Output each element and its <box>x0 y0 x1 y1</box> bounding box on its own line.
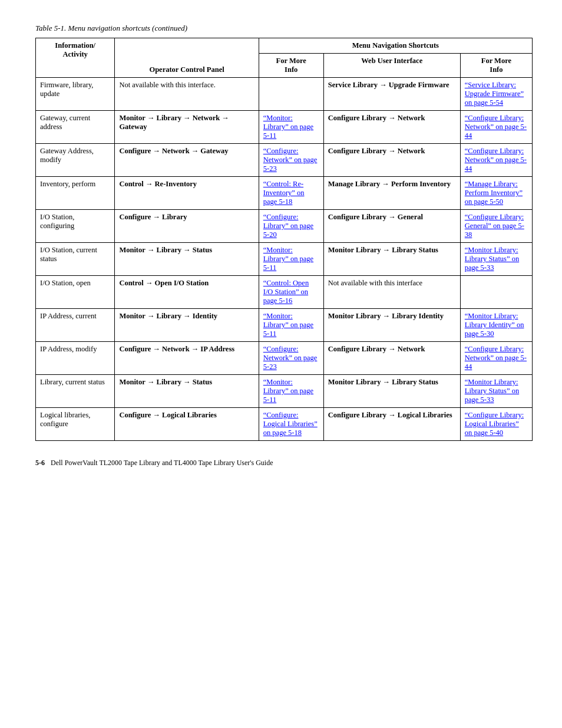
navigation-table: Information/ Activity Operator Control P… <box>35 38 533 441</box>
more1-cell <box>259 78 323 111</box>
info-cell: Library, current status <box>36 375 115 408</box>
table-row: I/O Station, configuringConfigure → Libr… <box>36 210 533 243</box>
more1-cell: “Monitor: Library” on page 5-11 <box>259 309 323 342</box>
more1-cell: “Control: Re-Inventory” on page 5-18 <box>259 177 323 210</box>
more2-cell: “Manage Library: Perform Inventory” on p… <box>460 177 532 210</box>
info-cell: I/O Station, open <box>36 276 115 309</box>
table-row: Library, current statusMonitor → Library… <box>36 375 533 408</box>
more2-cell: “Service Library: Upgrade Firmware” on p… <box>460 78 532 111</box>
info-cell: IP Address, current <box>36 309 115 342</box>
more2-cell: “Monitor Library: Library Status” on pag… <box>460 375 532 408</box>
footer-page: 5-6 <box>35 459 45 467</box>
info-header-line1: Information/ <box>55 41 95 50</box>
more2-cell: “Configure Library: Network” on page 5-4… <box>460 111 532 144</box>
more2-line2: Info <box>490 65 503 74</box>
more2-cell <box>460 276 532 309</box>
ocp-cell: Not available with this interface. <box>115 78 259 111</box>
wui-cell: Configure Library → Network <box>323 342 460 375</box>
more1-header: For More Info <box>259 54 323 78</box>
wui-cell: Configure Library → Logical Libraries <box>323 408 460 441</box>
footer: 5-6 Dell PowerVault TL2000 Tape Library … <box>35 459 533 467</box>
ocp-cell: Monitor → Library → Status <box>115 375 259 408</box>
footer-text: Dell PowerVault TL2000 Tape Library and … <box>51 459 273 467</box>
wui-cell: Configure Library → Network <box>323 111 460 144</box>
more1-line1: For More <box>276 57 306 65</box>
more1-cell: “Configure: Logical Libraries” on page 5… <box>259 408 323 441</box>
more2-cell: “Configure Library: Network” on page 5-4… <box>460 144 532 177</box>
more2-cell: “Monitor Library: Library Status” on pag… <box>460 243 532 276</box>
merge-header-row: Information/ Activity Operator Control P… <box>36 38 533 54</box>
ocp-cell: Monitor → Library → Status <box>115 243 259 276</box>
more1-cell: “Configure: Network” on page 5-23 <box>259 144 323 177</box>
ocp-cell: Configure → Network → Gateway <box>115 144 259 177</box>
info-header-line2: Activity <box>63 50 88 58</box>
info-cell: Gateway, current address <box>36 111 115 144</box>
table-row: IP Address, currentMonitor → Library → I… <box>36 309 533 342</box>
info-cell: I/O Station, configuring <box>36 210 115 243</box>
more1-cell: “Control: Open I/O Station” on page 5-16 <box>259 276 323 309</box>
wui-header: Web User Interface <box>323 54 460 78</box>
info-cell: I/O Station, current status <box>36 243 115 276</box>
info-cell: Firmware, library, update <box>36 78 115 111</box>
ocp-cell: Monitor → Library → Identity <box>115 309 259 342</box>
info-cell: Gateway Address, modify <box>36 144 115 177</box>
ocp-cell: Configure → Network → IP Address <box>115 342 259 375</box>
more2-line1: For More <box>481 57 511 65</box>
wui-cell: Configure Library → General <box>323 210 460 243</box>
more2-cell: “Configure Library: General” on page 5-3… <box>460 210 532 243</box>
ocp-cell: Configure → Library <box>115 210 259 243</box>
info-header: Information/ Activity <box>36 38 115 78</box>
table-row: IP Address, modifyConfigure → Network → … <box>36 342 533 375</box>
more2-cell: “Configure Library: Network” on page 5-4… <box>460 342 532 375</box>
table-row: I/O Station, openControl → Open I/O Stat… <box>36 276 533 309</box>
info-cell: Inventory, perform <box>36 177 115 210</box>
wui-cell: Monitor Library → Library Status <box>323 375 460 408</box>
ocp-cell: Monitor → Library → Network → Gateway <box>115 111 259 144</box>
more1-line2: Info <box>285 65 297 74</box>
more2-cell: “Configure Library: Logical Libraries” o… <box>460 408 532 441</box>
more1-cell: “Monitor: Library” on page 5-11 <box>259 375 323 408</box>
wui-cell: Service Library → Upgrade Firmware <box>323 78 460 111</box>
ocp-cell: Configure → Logical Libraries <box>115 408 259 441</box>
more2-cell: “Monitor Library: Library Identity” on p… <box>460 309 532 342</box>
wui-cell: Monitor Library → Library Status <box>323 243 460 276</box>
ocp-header: Operator Control Panel <box>115 38 259 78</box>
more1-cell: “Monitor: Library” on page 5-11 <box>259 243 323 276</box>
wui-cell: Not available with this interface <box>323 276 460 309</box>
table-row: Gateway, current addressMonitor → Librar… <box>36 111 533 144</box>
table-row: Inventory, performControl → Re-Inventory… <box>36 177 533 210</box>
more2-header: For More Info <box>460 54 532 78</box>
info-cell: Logical libraries, configure <box>36 408 115 441</box>
wui-cell: Manage Library → Perform Inventory <box>323 177 460 210</box>
table-row: I/O Station, current statusMonitor → Lib… <box>36 243 533 276</box>
more1-cell: “Configure: Network” on page 5-23 <box>259 342 323 375</box>
more1-cell: “Monitor: Library” on page 5-11 <box>259 111 323 144</box>
table-row: Logical libraries, configureConfigure → … <box>36 408 533 441</box>
table-caption: Table 5-1. Menu navigation shortcuts (co… <box>35 24 533 33</box>
ocp-cell: Control → Re-Inventory <box>115 177 259 210</box>
info-cell: IP Address, modify <box>36 342 115 375</box>
wui-cell: Configure Library → Network <box>323 144 460 177</box>
ocp-cell: Control → Open I/O Station <box>115 276 259 309</box>
wui-cell: Monitor Library → Library Identity <box>323 309 460 342</box>
menu-nav-header: Menu Navigation Shortcuts <box>259 38 532 54</box>
table-row: Gateway Address, modifyConfigure → Netwo… <box>36 144 533 177</box>
more1-cell: “Configure: Library” on page 5-20 <box>259 210 323 243</box>
table-row: Firmware, library, updateNot available w… <box>36 78 533 111</box>
